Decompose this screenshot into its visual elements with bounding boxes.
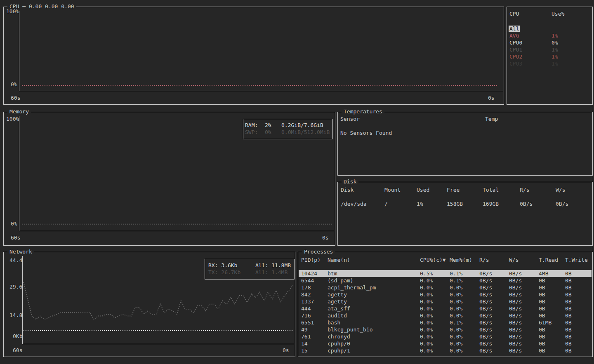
process-cell: 1337: [301, 298, 314, 305]
process-cell: 0.0%: [450, 326, 462, 333]
process-row[interactable]: 6544(sd-pam)0.0%0.1%0B/s0B/s0B0B: [299, 277, 592, 284]
memory-y-max-label: 100%: [6, 116, 19, 122]
process-cell: 0B/s: [509, 284, 522, 291]
process-cell: 0.1%: [450, 277, 462, 284]
cpu-legend-header-cpu: CPU: [509, 11, 519, 17]
cpu-legend-row-use: 1%: [552, 32, 558, 39]
btm-dashboard: CPU ─ 0.00 0.00 0.00 100% 0% 60s 0s CPU …: [0, 0, 594, 364]
process-cell: 0.0%: [420, 284, 433, 291]
process-cell: 0.0%: [450, 291, 462, 298]
cpu-legend-row-cpu0[interactable]: CPU00%: [509, 39, 591, 46]
process-cell: 0B/s: [509, 277, 522, 284]
process-cell: 0.0%: [420, 291, 433, 298]
disk-column-header: Used: [417, 186, 429, 193]
cpu-legend-row-cpu3[interactable]: CPU31%: [509, 60, 591, 67]
temperatures-panel-title: Temperatures: [342, 108, 384, 115]
cpu-legend-row-label: CPU2: [509, 54, 522, 60]
process-cell: 0.1%: [450, 270, 462, 277]
process-cell: 0B: [539, 340, 545, 347]
process-cell: 716: [301, 312, 311, 319]
memory-panel: Memory 100% 0% 60s 0s RAM: 2% 0.2GiB/7.6…: [3, 112, 335, 246]
cpu-legend-row-avg[interactable]: AVG1%: [509, 32, 591, 39]
process-cell: 0B: [539, 312, 545, 319]
process-cell: 15: [301, 347, 308, 354]
process-row[interactable]: 15cpuhp/10.0%0.0%0B/s0B/s0B0B: [299, 347, 592, 354]
process-row[interactable]: 716auditd0.0%0.0%0B/s0B/s0B0B: [299, 312, 592, 319]
process-row[interactable]: 761chronyd0.0%0.0%0B/s0B/s0B0B: [299, 333, 592, 340]
rx-rate: RX: 3.6Kb: [208, 262, 255, 269]
temperatures-header-temp: Temp: [485, 116, 498, 122]
process-cell: 0B: [539, 305, 545, 312]
process-cell: agetty: [328, 291, 347, 298]
process-row[interactable]: 842agetty0.0%0.0%0B/s0B/s0B0B: [299, 291, 592, 298]
process-column-header[interactable]: R/s: [479, 256, 489, 263]
process-cell: 0B/s: [509, 298, 522, 305]
network-y-tick-29: 29.6: [9, 284, 22, 290]
disk-cell: /dev/sda: [341, 200, 367, 207]
process-cell: 0B/s: [509, 291, 522, 298]
cpu-legend-row-cpu1[interactable]: CPU11%: [509, 46, 591, 53]
process-cell: 4MB: [539, 270, 548, 277]
process-cell: 0.0%: [420, 305, 433, 312]
process-column-header[interactable]: Mem%(m): [450, 256, 472, 263]
tx-total: All: 1.4MB: [255, 269, 288, 276]
temperatures-panel: Temperatures Sensor Temp No Sensors Foun…: [337, 112, 593, 176]
cpu-y-min-label: 0%: [11, 82, 17, 87]
memory-ram-legend-line: RAM: 2% 0.2GiB/7.6GiB: [245, 122, 332, 129]
process-cell: 0B/s: [479, 277, 492, 284]
disk-column-header: Total: [483, 186, 499, 193]
disk-row[interactable]: /dev/sda/1%158GB169GB0B/s0B/s: [338, 200, 592, 207]
process-row[interactable]: 178acpi_thermal_pm0.0%0.0%0B/s0B/s0B0B: [299, 284, 592, 291]
process-cell: 0B: [565, 298, 572, 305]
process-cell: 0B: [539, 326, 545, 333]
process-column-header[interactable]: T.Read: [539, 256, 558, 263]
process-row[interactable]: 444ata_sff0.0%0.0%0B/s0B/s0B0B: [299, 305, 592, 312]
ram-label: RAM:: [245, 122, 265, 129]
process-column-header[interactable]: Name(n): [328, 256, 350, 263]
process-cell: 0B: [565, 319, 572, 326]
process-cell: 0B/s: [479, 305, 492, 312]
process-cell: 0B/s: [509, 319, 522, 326]
process-column-header[interactable]: CPU%(c)▼: [420, 256, 446, 263]
cpu-x-left-label: 60s: [11, 95, 20, 101]
process-column-header[interactable]: PID(p): [301, 256, 321, 263]
memory-y-min-label: 0%: [11, 221, 17, 227]
network-y-tick-0: 0Kb: [13, 333, 22, 339]
process-cell: 842: [301, 291, 311, 298]
process-cell: 0.0%: [420, 340, 433, 347]
network-tx-legend-line: TX: 26.7Kb All: 1.4MB: [208, 269, 294, 276]
cpu-legend-panel: CPU Use% AllAVG1%CPU00%CPU11%CPU21%CPU31…: [507, 7, 593, 105]
cpu-legend-row-cpu2[interactable]: CPU21%: [509, 53, 591, 60]
process-cell: 0B/s: [479, 340, 492, 347]
process-row[interactable]: 1337agetty0.0%0.0%0B/s0B/s0B0B: [299, 298, 592, 305]
process-cell: 0.0%: [450, 340, 462, 347]
process-cell: 0B: [539, 298, 545, 305]
process-cell: 0B: [565, 291, 572, 298]
process-row[interactable]: 14cpuhp/00.0%0.0%0B/s0B/s0B0B: [299, 340, 592, 347]
process-cell: 0.0%: [450, 284, 462, 291]
process-row[interactable]: 49blkcg_punt_bio0.0%0.0%0B/s0B/s0B0B: [299, 326, 592, 333]
process-cell: 0B: [565, 333, 572, 340]
cpu-legend-row-all[interactable]: All: [509, 25, 591, 32]
process-row[interactable]: 6551bash0.0%0.1%0B/s0B/s61MB0B: [299, 319, 592, 326]
process-column-header[interactable]: W/s: [509, 256, 519, 263]
disk-cell: 1%: [417, 200, 423, 207]
process-cell: 0B: [565, 305, 572, 312]
process-cell: bash: [328, 319, 340, 326]
tx-rate: TX: 26.7Kb: [208, 269, 255, 276]
cpu-legend-row-use: 1%: [552, 60, 558, 67]
process-column-header[interactable]: T.Write: [565, 256, 588, 263]
network-y-tick-44: 44.4: [9, 258, 22, 263]
process-cell: 0.0%: [450, 298, 462, 305]
disk-column-header: W/s: [556, 186, 565, 193]
disk-cell: /: [384, 200, 388, 207]
process-cell: 0B/s: [479, 347, 492, 354]
process-cell: 0B/s: [479, 270, 492, 277]
disk-cell: 0B/s: [520, 200, 533, 207]
cpu-panel: CPU ─ 0.00 0.00 0.00 100% 0% 60s 0s: [3, 7, 504, 105]
process-cell: (sd-pam): [328, 277, 354, 284]
process-cell: 0B: [565, 312, 572, 319]
process-row[interactable]: 10424btm0.5%0.1%0B/s0B/s4MB0B: [299, 270, 592, 277]
process-cell: 49: [301, 326, 308, 333]
disk-column-header: Mount: [384, 186, 401, 193]
